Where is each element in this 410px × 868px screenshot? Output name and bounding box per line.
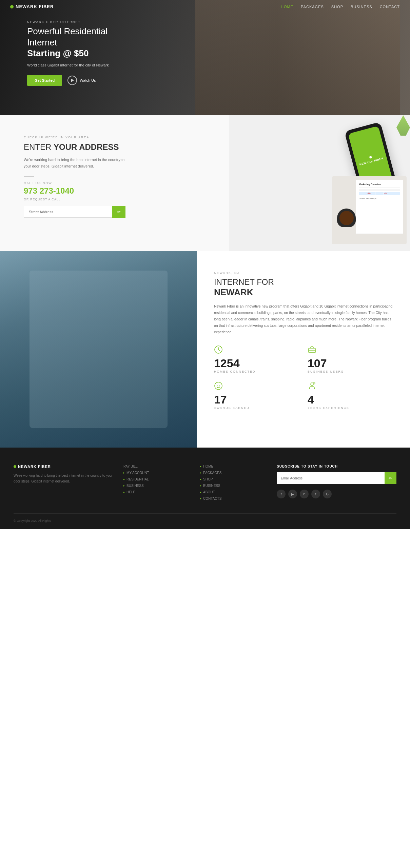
address-section: CHECK IF WE'RE IN YOUR AREA ENTER YOUR A…	[0, 115, 410, 251]
phone-dot	[369, 156, 372, 159]
address-description: We're working hard to bring the best int…	[24, 157, 132, 169]
nav-links: HOME PACKAGES SHOP BUSINESS CONTACT	[281, 5, 400, 9]
stat-label-homes: HOMES CONNECTED	[214, 370, 299, 373]
address-content: CHECK IF WE'RE IN YOUR AREA ENTER YOUR A…	[0, 115, 229, 251]
footer-link-residential[interactable]: ▸ RESIDENTIAL	[123, 477, 190, 481]
newark-title: INTERNET FOR NEWARK	[214, 277, 393, 298]
footer-logo: NEWARK FIBER	[14, 465, 113, 469]
nav-business[interactable]: BUSINESS	[351, 5, 372, 9]
copyright: © Copyright 2020 All Rights	[14, 519, 396, 522]
hero-title-light: Powerful Residential Internet	[27, 26, 108, 47]
svg-point-5	[219, 385, 220, 386]
stat-homes: 1254 HOMES CONNECTED	[214, 345, 299, 373]
newark-location: NEWARK, NJ	[214, 271, 393, 275]
footer-link-home[interactable]: ▸ HOME	[200, 465, 267, 468]
smile-icon	[214, 381, 299, 392]
footer-link-business2[interactable]: ▸ BUSINESS	[200, 484, 267, 488]
stat-label-awards: AWARDS EARNED	[214, 406, 299, 410]
newark-description: Newark Fiber is an innovative new progra…	[214, 303, 393, 335]
get-started-button[interactable]: Get Started	[27, 75, 62, 86]
footer-brand-col: NEWARK FIBER We're working hard to bring…	[14, 465, 113, 503]
footer-list-2: ▸ HOME ▸ PACKAGES ▸ SHOP ▸ BUSINESS ▸ AB…	[200, 465, 267, 500]
address-title-light: ENTER	[24, 142, 54, 152]
hero-subtitle: NEWARK FIBER INTERNET	[27, 20, 136, 24]
newark-image	[0, 251, 197, 448]
nav-logo[interactable]: NEWARK FIBER	[10, 4, 54, 9]
footer-bottom: © Copyright 2020 All Rights	[14, 513, 396, 522]
address-submit-button[interactable]: ✏	[112, 206, 125, 218]
address-title: ENTER YOUR ADDRESS	[24, 142, 205, 152]
logo-text: NEWARK FIBER	[16, 4, 54, 9]
footer-link-business1[interactable]: ▸ BUSINESS	[123, 484, 190, 488]
newark-title-light: INTERNET FOR	[214, 277, 274, 287]
hero-section: NEWARK FIBER INTERNET Powerful Residenti…	[0, 0, 410, 115]
stat-years: 4 YEARS EXPERIENCE	[308, 381, 393, 410]
plant	[396, 115, 410, 136]
footer-subscribe-col: SUBSCRIBE TO STAY IN TOUCH ✏ f ▶ in t G	[277, 465, 396, 503]
twitter-icon[interactable]: t	[311, 490, 320, 498]
google-icon[interactable]: G	[323, 490, 332, 498]
clock-icon	[214, 345, 299, 355]
stat-label-business: BUSINESS USERS	[308, 370, 393, 373]
hero-title: Powerful Residential Internet Starting @…	[27, 26, 136, 59]
subscribe-label: SUBSCRIBE TO STAY IN TOUCH	[277, 465, 396, 468]
email-input[interactable]	[277, 472, 385, 484]
hero-buttons: Get Started Watch Us	[27, 75, 136, 86]
navbar: NEWARK FIBER HOME PACKAGES SHOP BUSINESS…	[0, 0, 410, 13]
watch-label: Watch Us	[80, 78, 96, 82]
stat-number-business: 107	[308, 357, 393, 369]
person-icon	[308, 381, 393, 392]
footer-link-myaccount[interactable]: ▸ MY ACCOUNT	[123, 471, 190, 475]
footer-link-packages[interactable]: ▸ PACKAGES	[200, 471, 267, 475]
linkedin-icon[interactable]: in	[300, 490, 309, 498]
footer-link-contacts[interactable]: ▸ CONTACTS	[200, 497, 267, 500]
address-input-row: ✏	[24, 206, 125, 218]
youtube-icon[interactable]: ▶	[288, 490, 297, 498]
facebook-icon[interactable]: f	[277, 490, 286, 498]
footer-list-1: PAY BILL ▸ MY ACCOUNT ▸ RESIDENTIAL ▸ BU…	[123, 465, 190, 494]
footer-brand-desc: We're working hard to bring the best int…	[14, 473, 113, 484]
stats-grid: 1254 HOMES CONNECTED 107 BUSINESS USERS	[214, 345, 393, 410]
footer-logo-dot	[14, 465, 16, 468]
hero-description: World class Gigabit internet for the cit…	[27, 62, 136, 68]
person-silhouette	[0, 251, 197, 448]
stat-business: 107 BUSINESS USERS	[308, 345, 393, 373]
address-divider	[24, 176, 34, 177]
play-circle	[67, 76, 77, 85]
watch-button[interactable]: Watch Us	[67, 76, 96, 85]
newark-content: NEWARK, NJ INTERNET FOR NEWARK Newark Fi…	[197, 251, 410, 448]
nav-home[interactable]: HOME	[281, 5, 293, 9]
footer-link-paybill[interactable]: PAY BILL	[123, 465, 190, 468]
footer-logo-text: NEWARK FIBER	[18, 465, 51, 469]
stat-label-years: YEARS EXPERIENCE	[308, 406, 393, 410]
phone-number: 973 273-1040	[24, 186, 205, 196]
call-label: CALL US NOW	[24, 181, 205, 185]
footer-link-help[interactable]: ▸ HELP	[123, 490, 190, 494]
svg-point-3	[215, 382, 222, 390]
or-request: OR REQUEST A CALL	[24, 198, 205, 201]
play-icon	[71, 79, 74, 82]
desk-items: Marketing Overview -2% -1% Growth Percen…	[332, 176, 407, 244]
nav-shop[interactable]: SHOP	[331, 5, 343, 9]
stat-number-homes: 1254	[214, 357, 299, 369]
address-title-bold: YOUR ADDRESS	[54, 142, 119, 152]
stat-awards: 17 AWARDS EARNED	[214, 381, 299, 410]
nav-contact[interactable]: CONTACT	[380, 5, 400, 9]
coffee-cup	[337, 209, 356, 227]
phone-logo-text: NEWARK FIBER	[359, 157, 384, 166]
stat-number-years: 4	[308, 394, 393, 405]
check-label: CHECK IF WE'RE IN YOUR AREA	[24, 136, 205, 139]
footer-links-col1: PAY BILL ▸ MY ACCOUNT ▸ RESIDENTIAL ▸ BU…	[123, 465, 190, 503]
stat-number-awards: 17	[214, 394, 299, 405]
svg-point-4	[217, 385, 218, 386]
footer-grid: NEWARK FIBER We're working hard to bring…	[14, 465, 396, 503]
street-address-input[interactable]	[24, 206, 112, 218]
nav-packages[interactable]: PACKAGES	[301, 5, 324, 9]
pencil-icon: ✏	[117, 209, 121, 214]
footer-link-about[interactable]: ▸ ABOUT	[200, 490, 267, 494]
subscribe-button[interactable]: ✏	[385, 472, 396, 484]
footer-link-shop[interactable]: ▸ SHOP	[200, 477, 267, 481]
subscribe-row: ✏	[277, 472, 396, 484]
briefcase-icon	[308, 345, 393, 355]
footer: NEWARK FIBER We're working hard to bring…	[0, 448, 410, 529]
